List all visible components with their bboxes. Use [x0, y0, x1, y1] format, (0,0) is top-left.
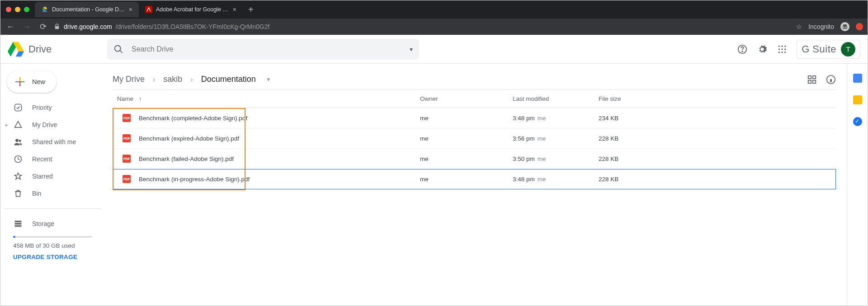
calendar-addon-icon[interactable]: [853, 74, 862, 83]
svg-point-5: [845, 26, 847, 28]
sidebar: New Priority My Drive Shared with me Rec…: [0, 64, 104, 306]
nav-back-icon[interactable]: ←: [5, 22, 16, 32]
settings-gear-icon[interactable]: [757, 44, 768, 55]
file-row[interactable]: PDFBenchmark (in-progress-Adobe Sign).pd…: [113, 169, 836, 189]
search-options-dropdown-icon[interactable]: ▾: [410, 46, 413, 53]
svg-point-21: [15, 139, 19, 142]
incognito-icon: [840, 22, 849, 31]
browser-tab-drive[interactable]: Documentation - Google Drive ×: [35, 2, 139, 17]
sidebar-item-mydrive[interactable]: My Drive: [4, 116, 101, 133]
sidebar-item-label: Bin: [32, 190, 41, 197]
file-modified-by: me: [538, 115, 546, 122]
extension-icon[interactable]: [856, 23, 863, 30]
pdf-file-icon: PDF: [123, 114, 131, 122]
svg-point-14: [778, 52, 780, 53]
pdf-file-icon: PDF: [123, 175, 131, 183]
svg-point-10: [784, 45, 786, 47]
svg-point-15: [781, 52, 783, 53]
sidebar-item-bin[interactable]: Bin: [4, 185, 101, 202]
file-modified: 3:56 pm: [513, 135, 535, 142]
nav-reload-icon[interactable]: ⟳: [38, 22, 48, 32]
breadcrumb-current[interactable]: Documentation: [201, 75, 256, 84]
keep-addon-icon[interactable]: [853, 95, 862, 104]
breadcrumb-item[interactable]: sakib: [163, 75, 182, 84]
svg-point-22: [19, 140, 21, 142]
breadcrumb-item[interactable]: My Drive: [113, 75, 145, 84]
address-bar[interactable]: drive.google.com/drive/folders/1D3fLOA5t…: [54, 23, 791, 30]
svg-rect-30: [813, 80, 816, 83]
search-bar[interactable]: ▾: [107, 39, 419, 60]
storage-meter: 458 MB of 30 GB used UPGRADE STORAGE: [4, 232, 101, 260]
file-owner: me: [420, 155, 513, 162]
svg-point-13: [784, 48, 786, 50]
file-row[interactable]: PDFBenchmark (expired-Adobe Sign).pdf me…: [113, 128, 836, 149]
gsuite-badge[interactable]: G Suite T: [797, 40, 860, 59]
file-row[interactable]: PDFBenchmark (completed-Adobe Sign).pdf …: [113, 108, 836, 128]
bookmark-star-icon[interactable]: ☆: [796, 23, 802, 30]
grid-view-icon[interactable]: [807, 75, 817, 85]
column-header-name[interactable]: Name↑: [113, 95, 420, 103]
window-zoom-dot[interactable]: [24, 7, 29, 12]
sidebar-item-storage[interactable]: Storage: [4, 215, 101, 232]
trash-icon: [13, 189, 23, 198]
sidebar-item-label: Recent: [32, 155, 52, 163]
file-modified-by: me: [538, 155, 546, 162]
account-avatar[interactable]: T: [841, 42, 855, 56]
breadcrumb-dropdown-icon[interactable]: ▼: [264, 76, 271, 83]
breadcrumb: My Drive › sakib › Documentation ▼: [113, 75, 271, 84]
browser-tab-acrobat[interactable]: Adobe Acrobat for Google Driv ×: [139, 2, 243, 17]
sidebar-item-label: Starred: [32, 173, 53, 180]
file-owner: me: [420, 115, 513, 122]
upgrade-storage-link[interactable]: UPGRADE STORAGE: [13, 254, 92, 260]
product-name: Drive: [28, 43, 52, 55]
svg-rect-29: [808, 80, 811, 83]
file-row[interactable]: PDFBenchmark (failed-Adobe Sign).pdf me …: [113, 149, 836, 169]
column-header-owner[interactable]: Owner: [420, 95, 513, 102]
help-icon[interactable]: [737, 44, 748, 55]
window-close-dot[interactable]: [6, 7, 11, 12]
sidebar-item-shared[interactable]: Shared with me: [4, 133, 101, 151]
gsuite-label: G Suite: [802, 43, 836, 55]
window-controls: [0, 7, 35, 12]
file-modified: 3:50 pm: [513, 155, 535, 162]
column-header-modified[interactable]: Last modified: [513, 95, 599, 102]
file-size: 228 KB: [599, 176, 836, 183]
svg-rect-26: [15, 225, 22, 226]
svg-rect-18: [20, 81, 24, 82]
drive-triangle-icon: [13, 120, 23, 129]
check-circle-icon: [13, 103, 23, 112]
file-name: Benchmark (in-progress-Adobe Sign).pdf: [139, 176, 250, 183]
svg-point-16: [784, 52, 786, 53]
svg-rect-17: [19, 77, 20, 81]
chevron-right-icon: ›: [153, 75, 155, 84]
drive-favicon: [41, 6, 48, 13]
nav-forward-icon[interactable]: →: [21, 22, 32, 32]
lock-icon: [54, 24, 60, 30]
sidebar-item-recent[interactable]: Recent: [4, 151, 101, 168]
breadcrumb-row: My Drive › sakib › Documentation ▼: [113, 69, 836, 90]
new-button[interactable]: New: [7, 71, 57, 93]
file-modified: 3:48 pm: [513, 115, 535, 122]
new-tab-button[interactable]: +: [243, 5, 259, 15]
file-table-header: Name↑ Owner Last modified File size: [113, 90, 836, 108]
svg-rect-20: [15, 104, 22, 111]
file-owner: me: [420, 135, 513, 142]
file-modified-by: me: [538, 176, 546, 183]
apps-grid-icon[interactable]: [777, 44, 788, 55]
info-icon[interactable]: [826, 75, 836, 85]
search-input[interactable]: [131, 45, 413, 54]
address-bar-row: ← → ⟳ drive.google.com/drive/folders/1D3…: [0, 19, 868, 35]
tasks-addon-icon[interactable]: [853, 117, 862, 126]
sidebar-item-starred[interactable]: Starred: [4, 168, 101, 185]
tab-close-icon[interactable]: ×: [233, 6, 236, 13]
svg-rect-3: [145, 6, 152, 13]
sidebar-item-priority[interactable]: Priority: [4, 99, 101, 116]
star-icon: [13, 172, 23, 181]
tab-close-icon[interactable]: ×: [129, 6, 132, 13]
drive-logo[interactable]: Drive: [8, 41, 103, 57]
search-icon: [113, 44, 123, 54]
column-header-size[interactable]: File size: [599, 95, 836, 102]
window-minimize-dot[interactable]: [15, 7, 20, 12]
tab-title: Adobe Acrobat for Google Driv: [156, 6, 229, 13]
svg-rect-25: [15, 223, 22, 224]
